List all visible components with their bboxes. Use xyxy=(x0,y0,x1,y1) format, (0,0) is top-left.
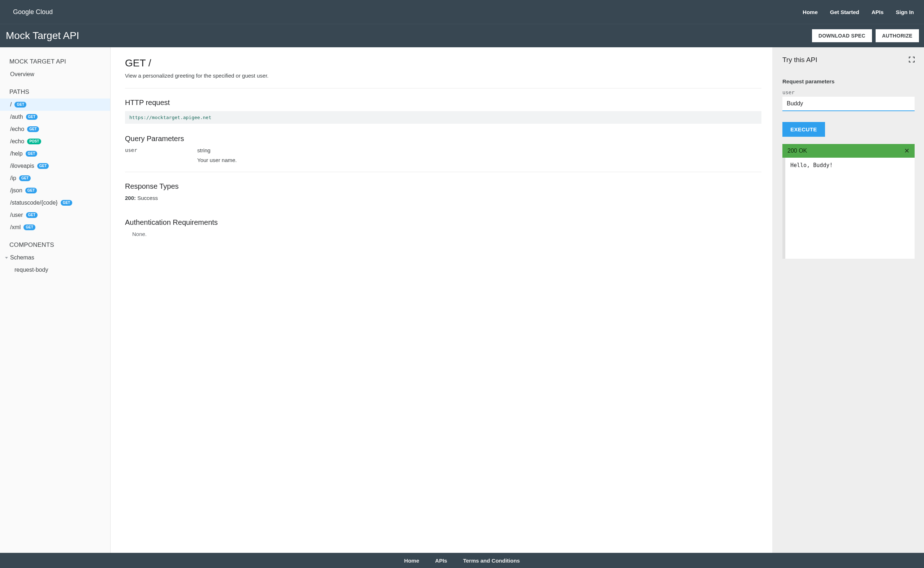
subheader-buttons: DOWNLOAD SPEC AUTHORIZE xyxy=(812,29,919,42)
sidebar-path-item[interactable]: /jsonGET xyxy=(0,184,110,197)
sidebar-path-item[interactable]: /userGET xyxy=(0,209,110,221)
method-badge: GET xyxy=(27,126,39,132)
query-params-heading: Query Parameters xyxy=(125,134,762,143)
auth-none-text: None. xyxy=(125,231,762,237)
response-status-bar: 200 OK ✕ xyxy=(782,144,915,158)
request-params-heading: Request parameters xyxy=(782,78,915,85)
auth-heading: Authentication Requirements xyxy=(125,218,762,227)
try-panel: Try this API Request parameters user EXE… xyxy=(772,47,924,553)
path-label: /iloveapis xyxy=(10,163,34,169)
param-details: stringYour user name. xyxy=(197,147,762,163)
response-body: Hello, Buddy! xyxy=(782,158,915,259)
nav-home[interactable]: Home xyxy=(803,9,818,15)
sidebar-path-item[interactable]: /helpGET xyxy=(0,148,110,160)
sidebar: MOCK TARGET API Overview PATHS /GET/auth… xyxy=(0,47,111,553)
response-line: 200: Success xyxy=(125,195,762,201)
method-badge: GET xyxy=(26,151,38,157)
footer-home[interactable]: Home xyxy=(404,557,420,563)
endpoint-title: GET / xyxy=(125,57,762,69)
sidebar-path-item[interactable]: /ipGET xyxy=(0,172,110,184)
close-icon[interactable]: ✕ xyxy=(904,147,910,155)
response-status-text: 200 OK xyxy=(788,148,807,154)
method-badge: GET xyxy=(26,114,38,120)
path-label: /xml xyxy=(10,224,21,231)
path-label: / xyxy=(10,101,12,108)
query-params-list: userstringYour user name. xyxy=(125,147,762,166)
sidebar-path-item[interactable]: /iloveapisGET xyxy=(0,160,110,172)
footer-terms[interactable]: Terms and Conditions xyxy=(463,557,520,563)
try-api-title: Try this API xyxy=(782,56,817,64)
path-label: /echo xyxy=(10,138,24,145)
sidebar-paths-list: /GET/authGET/echoGET/echoPOST/helpGET/il… xyxy=(0,98,110,234)
path-label: /json xyxy=(10,187,23,194)
sidebar-schemas[interactable]: Schemas xyxy=(0,252,110,264)
nav-get-started[interactable]: Get Started xyxy=(830,9,859,15)
method-badge: GET xyxy=(19,175,31,181)
divider xyxy=(125,88,762,88)
method-badge: GET xyxy=(37,163,49,169)
top-nav-links: Home Get Started APIs Sign In xyxy=(803,9,914,15)
path-label: /echo xyxy=(10,126,24,133)
sidebar-components-heading: COMPONENTS xyxy=(0,239,110,252)
method-badge: GET xyxy=(23,224,35,230)
layout: MOCK TARGET API Overview PATHS /GET/auth… xyxy=(0,47,924,553)
method-badge: GET xyxy=(25,188,37,193)
path-label: /help xyxy=(10,151,23,157)
sidebar-path-item[interactable]: /echoGET xyxy=(0,123,110,135)
method-badge: GET xyxy=(14,102,26,107)
sidebar-schemas-label: Schemas xyxy=(10,254,34,261)
nav-sign-in[interactable]: Sign In xyxy=(896,9,914,15)
footer-apis[interactable]: APIs xyxy=(435,557,447,563)
param-type: string xyxy=(197,147,762,153)
method-badge: GET xyxy=(26,212,38,218)
footer: Home APIs Terms and Conditions xyxy=(0,553,924,568)
path-label: /statuscode/{code} xyxy=(10,199,58,206)
response-types-list: 200: Success xyxy=(125,195,762,201)
endpoint-description: View a personalized greeting for the spe… xyxy=(125,73,762,79)
main-content: GET / View a personalized greeting for t… xyxy=(111,47,772,553)
path-label: /auth xyxy=(10,114,23,120)
method-badge: POST xyxy=(27,139,41,144)
param-label-user: user xyxy=(782,89,915,95)
response-types-heading: Response Types xyxy=(125,182,762,190)
param-input-user[interactable] xyxy=(782,97,915,111)
param-description: Your user name. xyxy=(197,157,762,163)
sidebar-path-item[interactable]: /xmlGET xyxy=(0,221,110,234)
param-row: userstringYour user name. xyxy=(125,147,762,166)
sidebar-overview[interactable]: Overview xyxy=(0,68,110,80)
sidebar-path-item[interactable]: /echoPOST xyxy=(0,135,110,148)
sidebar-path-item[interactable]: /authGET xyxy=(0,111,110,123)
sidebar-schema-items: request-body xyxy=(0,264,110,276)
path-label: /ip xyxy=(10,175,16,181)
nav-apis[interactable]: APIs xyxy=(872,9,883,15)
http-request-url: https://mocktarget.apigee.net xyxy=(125,111,762,124)
http-request-heading: HTTP request xyxy=(125,98,762,107)
download-spec-button[interactable]: DOWNLOAD SPEC xyxy=(812,29,872,42)
divider xyxy=(125,172,762,172)
sidebar-path-item[interactable]: /GET xyxy=(0,98,110,111)
method-badge: GET xyxy=(61,200,73,206)
execute-button[interactable]: EXECUTE xyxy=(782,122,825,137)
sidebar-path-item[interactable]: /statuscode/{code}GET xyxy=(0,197,110,209)
expand-icon[interactable] xyxy=(909,57,915,63)
caret-down-icon xyxy=(5,257,8,259)
authorize-button[interactable]: AUTHORIZE xyxy=(876,29,919,42)
param-name: user xyxy=(125,147,197,163)
brand-logo: Google Cloud xyxy=(13,8,53,16)
page-title: Mock Target API xyxy=(6,30,79,41)
sub-header: Mock Target API DOWNLOAD SPEC AUTHORIZE xyxy=(0,24,924,47)
schema-item[interactable]: request-body xyxy=(0,264,110,276)
response-code: 200: xyxy=(125,195,136,201)
path-label: /user xyxy=(10,212,23,218)
sidebar-api-heading: MOCK TARGET API xyxy=(0,55,110,68)
sidebar-paths-heading: PATHS xyxy=(0,86,110,98)
top-nav: Google Cloud Home Get Started APIs Sign … xyxy=(0,0,924,24)
